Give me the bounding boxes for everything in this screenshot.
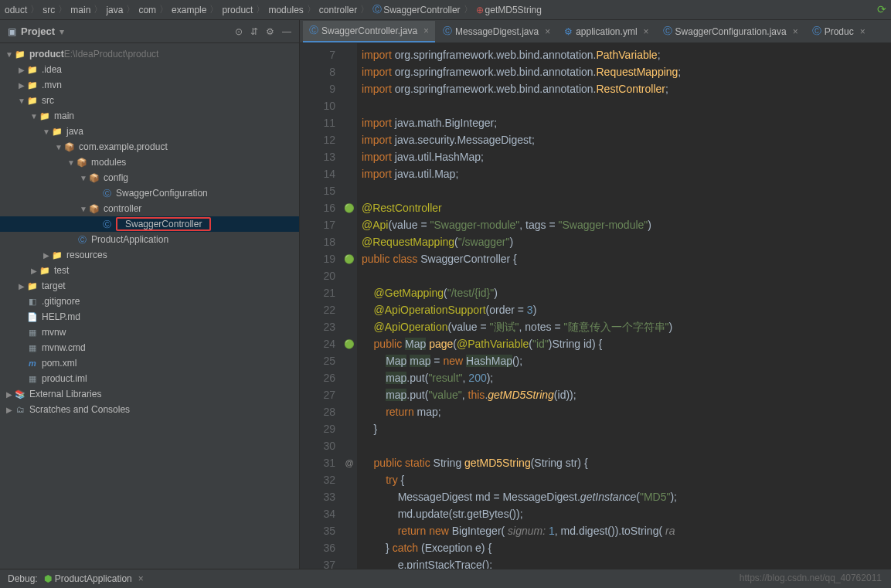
editor-tabs[interactable]: ⒸSwaggerController.java×ⒸMessageDigest.j… bbox=[300, 20, 891, 43]
breadcrumb-item[interactable]: main bbox=[70, 5, 90, 15]
tree-item-mvnw-cmd[interactable]: ▦mvnw.cmd bbox=[0, 340, 299, 355]
project-sidebar: ▣ Project ▾ ⊙ ⇵ ⚙ — ▼📁product E:\IdeaPro… bbox=[0, 20, 300, 569]
file-icon: Ⓒ bbox=[812, 25, 821, 38]
tree-item-help-md[interactable]: 📄HELP.md bbox=[0, 309, 299, 325]
tree-item-productapplication[interactable]: ⒸProductApplication bbox=[0, 232, 299, 247]
tree-item-external-libraries[interactable]: ▶📚External Libraries bbox=[0, 386, 299, 402]
debug-label: Debug: bbox=[8, 573, 38, 584]
breadcrumb-item[interactable]: getMD5String bbox=[485, 5, 542, 15]
close-icon[interactable]: × bbox=[423, 25, 429, 36]
settings-icon[interactable]: ⚙ bbox=[266, 26, 274, 37]
tree-item-test[interactable]: ▶📁test bbox=[0, 263, 299, 278]
breadcrumb-item[interactable]: example bbox=[172, 5, 206, 15]
close-icon[interactable]: × bbox=[793, 26, 798, 37]
run-icon[interactable]: ⟳ bbox=[877, 3, 886, 15]
tree-item-config[interactable]: ▼📦config bbox=[0, 170, 299, 185]
dropdown-icon[interactable]: ▾ bbox=[60, 26, 64, 37]
code-lines[interactable]: import org.springframework.web.bind.anno… bbox=[357, 43, 891, 569]
project-icon: ▣ bbox=[8, 26, 16, 37]
file-icon: Ⓒ bbox=[309, 24, 318, 37]
file-icon: ⚙ bbox=[564, 26, 573, 37]
file-icon: Ⓒ bbox=[663, 25, 672, 38]
tree-item--gitignore[interactable]: ◧.gitignore bbox=[0, 294, 299, 309]
tree-item-product-iml[interactable]: ▦product.iml bbox=[0, 371, 299, 386]
line-gutter: 7891011121314151617181920212223242526272… bbox=[300, 43, 342, 569]
run-config-icon: ⬢ bbox=[44, 573, 52, 584]
tree-item-scratches-and-consoles[interactable]: ▶🗂Scratches and Consoles bbox=[0, 402, 299, 417]
tree-item--idea[interactable]: ▶📁.idea bbox=[0, 62, 299, 77]
breadcrumb-item[interactable]: src bbox=[43, 5, 55, 15]
tree-item-main[interactable]: ▼📁main bbox=[0, 108, 299, 124]
code-editor[interactable]: 7891011121314151617181920212223242526272… bbox=[300, 43, 891, 569]
project-tool-header: ▣ Project ▾ ⊙ ⇵ ⚙ — bbox=[0, 20, 299, 43]
editor-tab[interactable]: ⒸMessageDigest.java× bbox=[437, 21, 556, 42]
editor-tab[interactable]: ⚙application.yml× bbox=[558, 21, 655, 42]
tree-item-swaggerconfiguration[interactable]: ⒸSwaggerConfiguration bbox=[0, 185, 299, 201]
breadcrumb-item[interactable]: controller bbox=[319, 5, 357, 15]
close-icon[interactable]: × bbox=[545, 26, 550, 37]
tree-item-modules[interactable]: ▼📦modules bbox=[0, 155, 299, 170]
tree-item-controller[interactable]: ▼📦controller bbox=[0, 201, 299, 216]
project-tree[interactable]: ▼📁product E:\IdeaProduct\product▶📁.idea▶… bbox=[0, 43, 299, 569]
editor-area: ⒸSwaggerController.java×ⒸMessageDigest.j… bbox=[300, 20, 891, 569]
editor-tab[interactable]: ⒸSwaggerController.java× bbox=[303, 21, 435, 42]
close-icon[interactable]: × bbox=[860, 26, 865, 37]
breadcrumb: oduct〉src〉main〉java〉com〉example〉product〉… bbox=[0, 0, 891, 20]
tree-item-com-example-product[interactable]: ▼📦com.example.product bbox=[0, 139, 299, 155]
breadcrumb-item[interactable]: product bbox=[222, 5, 253, 15]
tree-item-product[interactable]: ▼📁product E:\IdeaProduct\product bbox=[0, 46, 299, 62]
debug-tab[interactable]: ⬢ ProductApplication × bbox=[38, 568, 150, 588]
file-icon: Ⓒ bbox=[443, 25, 452, 38]
breadcrumb-item[interactable]: com bbox=[138, 5, 156, 15]
tree-item-resources[interactable]: ▶📁resources bbox=[0, 247, 299, 263]
close-icon[interactable]: × bbox=[138, 573, 144, 584]
editor-tab[interactable]: ⒸSwaggerConfiguration.java× bbox=[657, 21, 804, 42]
tree-item-target[interactable]: ▶📁target bbox=[0, 278, 299, 294]
tree-item--mvn[interactable]: ▶📁.mvn bbox=[0, 77, 299, 93]
select-opened-icon[interactable]: ⊙ bbox=[235, 26, 243, 37]
gutter-icons: 🟢🟢🟢@ bbox=[342, 43, 357, 569]
hide-icon[interactable]: — bbox=[282, 26, 291, 37]
breadcrumb-item[interactable]: java bbox=[106, 5, 123, 15]
project-title: Project bbox=[21, 25, 55, 37]
watermark: https://blog.csdn.net/qq_40762011 bbox=[740, 573, 882, 583]
tree-item-mvnw[interactable]: ▦mvnw bbox=[0, 325, 299, 340]
tree-item-java[interactable]: ▼📁java bbox=[0, 124, 299, 139]
breadcrumb-item[interactable]: oduct bbox=[5, 5, 27, 15]
expand-all-icon[interactable]: ⇵ bbox=[250, 26, 258, 37]
editor-tab[interactable]: ⒸProduc× bbox=[806, 21, 872, 42]
breadcrumb-item[interactable]: SwaggerController bbox=[383, 5, 460, 15]
tree-item-pom-xml[interactable]: mpom.xml bbox=[0, 355, 299, 371]
breadcrumb-item[interactable]: modules bbox=[268, 5, 303, 15]
tree-item-src[interactable]: ▼📁src bbox=[0, 93, 299, 108]
close-icon[interactable]: × bbox=[644, 26, 649, 37]
tree-item-swaggercontroller[interactable]: ⒸSwaggerController bbox=[0, 216, 299, 232]
